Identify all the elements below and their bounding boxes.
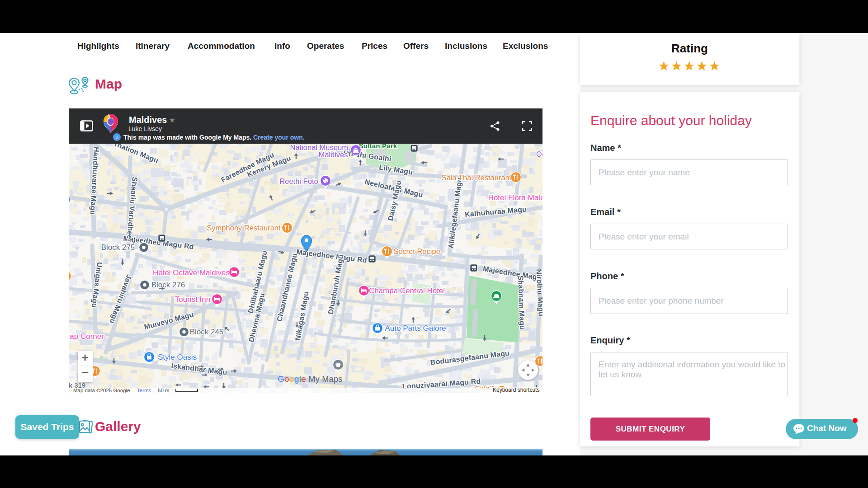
svg-text:Maldives: Maldives — [318, 150, 348, 159]
svg-text:Symphony Restaurant: Symphony Restaurant — [207, 224, 281, 232]
svg-text:Hotel Octave Maldives: Hotel Octave Maldives — [153, 268, 230, 277]
svg-text:Auto Parts Galore: Auto Parts Galore — [385, 324, 446, 333]
svg-text:Tourist Inn: Tourist Inn — [175, 295, 210, 304]
svg-text:Sala Thai Restaurant: Sala Thai Restaurant — [442, 174, 512, 182]
svg-text:Secret Recipe: Secret Recipe — [393, 247, 440, 255]
svg-text:Block 245: Block 245 — [190, 328, 224, 336]
svg-text:Champa Central Hotel: Champa Central Hotel — [369, 286, 445, 295]
svg-text:Nap Corner: Nap Corner — [69, 332, 104, 341]
svg-text:Style Oasis: Style Oasis — [158, 353, 197, 361]
svg-text:Oe: Oe — [536, 150, 542, 158]
svg-text:Magu: Magu — [69, 195, 70, 203]
svg-text:Block 276: Block 276 — [151, 281, 185, 289]
svg-text:Reethi Foto: Reethi Foto — [279, 177, 318, 185]
svg-text:Sultan Park: Sultan Park — [359, 144, 397, 150]
svg-text:Hotel Flora Male: Hotel Flora Male — [488, 193, 542, 202]
svg-text:Block 275: Block 275 — [101, 243, 135, 252]
